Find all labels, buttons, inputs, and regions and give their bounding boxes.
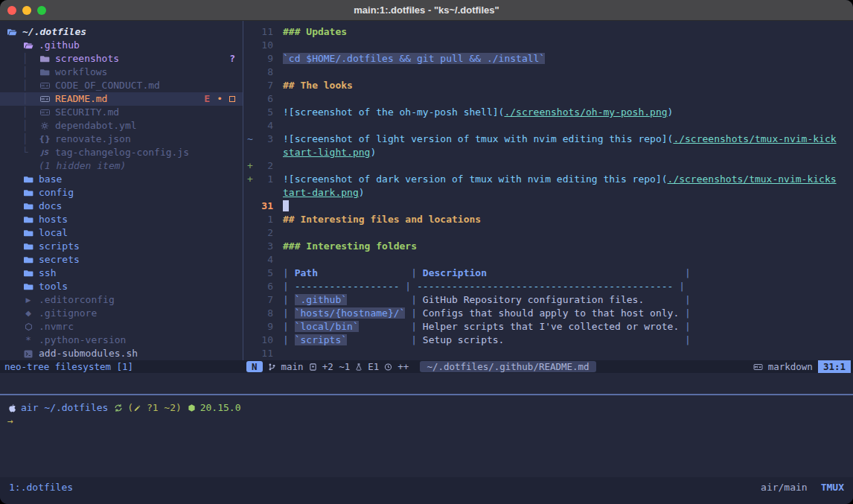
tree-item-security.md[interactable]: │SECURITY.md (0, 106, 243, 119)
editor-line[interactable]: 7## The looks (243, 79, 853, 92)
tree-item-label: tag-changelog-config.js (55, 146, 189, 159)
editor-line[interactable]: tart-dark.png) (243, 186, 853, 200)
tree-item-workflows[interactable]: │workflows (0, 66, 243, 79)
line-number: 1 (254, 213, 273, 226)
modified-dot-icon: • (217, 92, 223, 106)
unstaged-square-icon (229, 96, 235, 102)
tree-item-.python-version[interactable]: *.python-version (0, 334, 243, 347)
line-number: 6 (254, 280, 273, 293)
line-text: | Path | Description | (283, 267, 691, 280)
tree-item-local[interactable]: local (0, 226, 243, 240)
tree-item-readme.md[interactable]: │README.mdE• (0, 92, 243, 106)
tree-guide-line: └ (22, 146, 39, 159)
syntax-segment: ## Interesting files and locations (283, 214, 481, 225)
editor-line[interactable]: 3### Interesting folders (243, 240, 853, 253)
editor-line[interactable]: 7| `.github` | GitHub Repository configu… (243, 293, 853, 307)
tree-item-label: ~/.dotfiles (22, 25, 86, 39)
editor-pane[interactable]: 11### Updates 10 9`cd $HOME/.dotfiles &&… (243, 21, 853, 360)
clock-icon (384, 363, 392, 371)
syntax-segment: | (318, 267, 423, 278)
tree-item-config[interactable]: config (0, 186, 243, 200)
tree-item-ssh[interactable]: ssh (0, 267, 243, 280)
editor-line[interactable]: 5![screenshot of the oh-my-posh shell](.… (243, 106, 853, 119)
tree-item-.editorconfig[interactable]: ▶.editorconfig (0, 293, 243, 307)
tree-item--.dotfiles[interactable]: ~/.dotfiles (0, 25, 243, 39)
editor-line[interactable]: 31 (243, 200, 853, 213)
tree-item-docs[interactable]: docs (0, 200, 243, 213)
line-text: `cd $HOME/.dotfiles && git pull && ./ins… (283, 52, 545, 66)
tree-item-dependabot.yml[interactable]: │dependabot.yml (0, 119, 243, 133)
editor-line[interactable]: 5| Path | Description | (243, 267, 853, 280)
prompt-cwd: ~/.dotfiles (44, 401, 108, 415)
tree-item-tag-changelog-config.js[interactable]: └JStag-changelog-config.js (0, 146, 243, 159)
editor-line[interactable]: 6 (243, 92, 853, 106)
tree-item-scripts[interactable]: scripts (0, 240, 243, 253)
editor-line[interactable]: 8 (243, 66, 853, 79)
tree-guide-line: │ (22, 52, 39, 66)
tmux-right-status: air/main TMUX (761, 482, 844, 493)
gitsign-column (243, 320, 254, 334)
syntax-segment: Path (295, 267, 318, 278)
editor-line[interactable]: 4 (243, 253, 853, 267)
gitsign-column (243, 66, 254, 79)
tree-item-.nvmrc[interactable]: .nvmrc (0, 320, 243, 334)
editor-line[interactable]: 9| `local/bin` | Helper scripts that I'v… (243, 320, 853, 334)
neo-tree-sidebar[interactable]: ~/.dotfiles.github│screenshots?│workflow… (0, 21, 243, 360)
tmux-session-name: air/main (761, 482, 808, 493)
gitsign-column (243, 253, 254, 267)
syntax-segment: | (283, 281, 295, 292)
prompt-input-line[interactable]: → (7, 415, 853, 428)
editor-line[interactable]: 10 (243, 39, 853, 52)
editor-line[interactable]: +2 (243, 159, 853, 173)
gitsign-column (243, 267, 254, 280)
tree-item-add-submodules.sh[interactable]: add-submodules.sh (0, 347, 243, 360)
tmux-window-label[interactable]: 1:.dotfiles (9, 482, 73, 493)
tree-item-renovate.json[interactable]: │{}renovate.json (0, 133, 243, 146)
editor-line[interactable]: 1## Interesting files and locations (243, 213, 853, 226)
syntax-segment: `hosts/{hostname}/` (295, 307, 406, 319)
tree-item-tools[interactable]: tools (0, 280, 243, 293)
flask-icon (355, 363, 362, 371)
file-md-icon (39, 81, 51, 90)
editor-line[interactable]: 11 (243, 347, 853, 360)
tree-item-label: docs (39, 200, 62, 213)
editor-line[interactable]: 2 (243, 226, 853, 240)
folder-open-icon (22, 41, 34, 50)
file-status-badges: E• (204, 92, 235, 106)
folder-open-icon (6, 28, 18, 36)
syntax-segment: ./screenshots/oh-my-posh.png (504, 106, 667, 118)
tree-item-screenshots[interactable]: │screenshots? (0, 52, 243, 66)
editor-line[interactable]: 11### Updates (243, 25, 853, 39)
git-status-open: ( (127, 401, 133, 415)
editor-line[interactable]: 8| `hosts/{hostname}/` | Configs that sh… (243, 307, 853, 320)
tree-guide-line: │ (22, 119, 39, 133)
cursor-position: 31:1 (818, 360, 851, 373)
syntax-segment: | (283, 267, 295, 278)
tree-item--1-hidden-item-[interactable]: (1 hidden item) (0, 159, 243, 173)
git-diff-counts: +2 ~1 (322, 361, 351, 372)
tree-item-secrets[interactable]: secrets (0, 253, 243, 267)
tree-item-hosts[interactable]: hosts (0, 213, 243, 226)
tree-item-base[interactable]: base (0, 173, 243, 186)
editor-line[interactable]: 6| ------------------ | ----------------… (243, 280, 853, 293)
editor-line[interactable]: 9`cd $HOME/.dotfiles && git pull && ./in… (243, 52, 853, 66)
editor-line[interactable]: 4 (243, 119, 853, 133)
folder-icon (22, 269, 34, 278)
tree-item-.gitignore[interactable]: ◆.gitignore (0, 307, 243, 320)
syntax-segment: ) (668, 106, 674, 118)
tree-guide-line (22, 159, 39, 173)
file-shellfile-icon (22, 350, 34, 358)
editor-line[interactable]: 10| `scripts` | Setup scripts. | (243, 334, 853, 347)
editor-line[interactable]: start-light.png) (243, 146, 853, 159)
syntax-segment: | (347, 334, 423, 345)
editor-line[interactable]: +1![screenshot of dark version of tmux w… (243, 173, 853, 186)
shell-pane[interactable]: air ~/.dotfiles ( ?1 ~2) 20.15.0 → (0, 395, 853, 477)
line-number: 1 (254, 173, 273, 186)
tree-item-label: .editorconfig (39, 293, 115, 307)
gitsign-column (243, 213, 254, 226)
tree-item-code-of-conduct.md[interactable]: │CODE_OF_CONDUCT.md (0, 79, 243, 92)
editor-line[interactable]: ~3![screenshot of light version of tmux … (243, 133, 853, 146)
diff-icon (309, 363, 317, 371)
tree-item-.github[interactable]: .github (0, 39, 243, 52)
git-branch-icon (268, 363, 276, 371)
